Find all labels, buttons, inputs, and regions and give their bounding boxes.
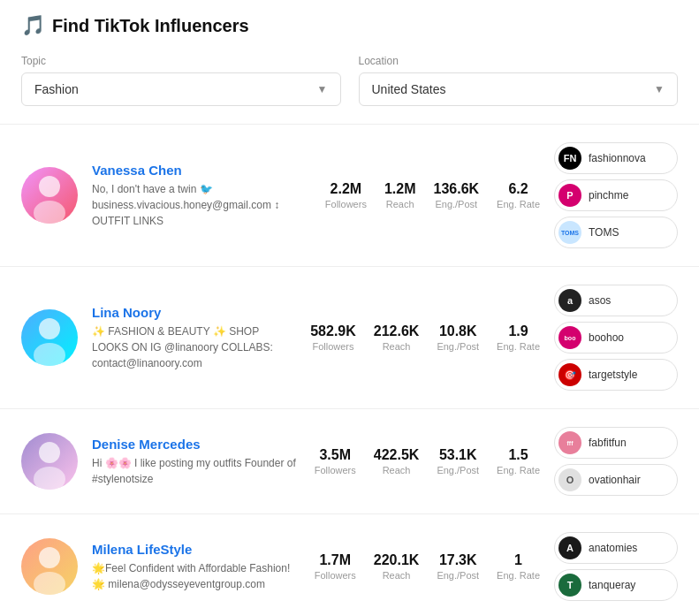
- stat-label-eng_rate-denise-mercedes: Eng. Rate: [497, 465, 540, 475]
- stat-followers-lina-noory: 582.9KFollowers: [310, 323, 356, 352]
- stat-eng_rate-milena-lifestyle: 1Eng. Rate: [497, 552, 540, 581]
- stats-vanessa-chen: 2.2MFollowers1.2MReach136.6KEng./Post6.2…: [325, 181, 540, 209]
- topic-value: Fashion: [34, 82, 79, 96]
- stat-label-followers-milena-lifestyle: Followers: [315, 570, 356, 581]
- brand-pill-fashionnova[interactable]: FNfashionnova: [554, 142, 678, 174]
- stat-label-eng_post-lina-noory: Eng./Post: [437, 341, 479, 352]
- stat-value-eng_rate-lina-noory: 1.9: [497, 323, 540, 339]
- brand-pill-pinchme[interactable]: Ppinchme: [554, 179, 678, 211]
- brand-pill-targetstyle[interactable]: 🎯targetstyle: [554, 359, 678, 391]
- page-title: 🎵 Find TikTok Influencers: [21, 14, 678, 37]
- info-lina-noory: Lina Noory✨ FASHION & BEAUTY ✨ SHOP LOOK…: [92, 305, 296, 371]
- brands-vanessa-chen: FNfashionnovaPpinchmeTOMSTOMS: [554, 142, 678, 248]
- stat-eng_post-milena-lifestyle: 17.3KEng./Post: [437, 552, 479, 581]
- stat-value-followers-milena-lifestyle: 1.7M: [315, 552, 356, 568]
- stat-label-reach-milena-lifestyle: Reach: [374, 570, 420, 581]
- stat-label-eng_rate-milena-lifestyle: Eng. Rate: [497, 570, 540, 581]
- avatar-vanessa-chen[interactable]: [21, 167, 78, 224]
- brand-pill-fabfitfun[interactable]: ffffabfitfun: [554, 427, 678, 459]
- brand-pill-boohoo[interactable]: booboohoo: [554, 322, 678, 354]
- stat-value-followers-lina-noory: 582.9K: [310, 323, 356, 339]
- brand-pill-ovationhair[interactable]: Oovationhair: [554, 464, 678, 496]
- stats-denise-mercedes: 3.5MFollowers422.5KReach53.1KEng./Post1.…: [315, 447, 540, 475]
- brand-logo-TOMS: TOMS: [558, 221, 581, 244]
- location-select[interactable]: United States ▼: [359, 72, 679, 106]
- stat-value-eng_post-vanessa-chen: 136.6K: [433, 181, 479, 197]
- stat-value-eng_post-denise-mercedes: 53.1K: [437, 447, 479, 463]
- stat-label-followers-vanessa-chen: Followers: [325, 199, 367, 209]
- results-list: Vanessa ChenNo, I don't have a twin 🐦 bu…: [0, 125, 699, 616]
- stat-eng_post-lina-noory: 10.8KEng./Post: [437, 323, 479, 352]
- avatar-milena-lifestyle[interactable]: [21, 538, 78, 595]
- stat-label-eng_rate-lina-noory: Eng. Rate: [497, 341, 540, 352]
- influencer-card-vanessa-chen: Vanessa ChenNo, I don't have a twin 🐦 bu…: [0, 125, 699, 267]
- topic-select[interactable]: Fashion ▼: [21, 72, 341, 106]
- brands-milena-lifestyle: AanatomiesTtanqueray: [554, 532, 678, 601]
- brand-logo-boohoo: boo: [558, 326, 581, 349]
- stat-label-followers-denise-mercedes: Followers: [315, 465, 356, 475]
- influencer-card-milena-lifestyle: Milena LifeStyle🌟Feel Confident with Aff…: [0, 514, 699, 616]
- brand-pill-anatomies[interactable]: Aanatomies: [554, 532, 678, 564]
- brand-logo-anatomies: A: [558, 536, 581, 559]
- title-text: Find TikTok Influencers: [52, 16, 249, 36]
- brand-name-anatomies: anatomies: [589, 542, 637, 554]
- brand-pill-asos[interactable]: aasos: [554, 285, 678, 316]
- stat-eng_rate-denise-mercedes: 1.5Eng. Rate: [497, 447, 540, 475]
- influencer-card-lina-noory: Lina Noory✨ FASHION & BEAUTY ✨ SHOP LOOK…: [0, 267, 699, 409]
- info-milena-lifestyle: Milena LifeStyle🌟Feel Confident with Aff…: [92, 542, 300, 592]
- stat-value-followers-denise-mercedes: 3.5M: [315, 447, 356, 463]
- bio-lina-noory: ✨ FASHION & BEAUTY ✨ SHOP LOOKS ON IG @l…: [92, 323, 296, 371]
- influencer-card-denise-mercedes: Denise MercedesHi 🌸🌸 I like posting my o…: [0, 409, 699, 514]
- bio-milena-lifestyle: 🌟Feel Confident with Affordable Fashion!…: [92, 560, 300, 592]
- info-denise-mercedes: Denise MercedesHi 🌸🌸 I like posting my o…: [92, 437, 300, 487]
- brands-lina-noory: aasosbooboohoo🎯targetstyle: [554, 285, 678, 391]
- stat-eng_rate-lina-noory: 1.9Eng. Rate: [497, 323, 540, 352]
- stat-eng_post-denise-mercedes: 53.1KEng./Post: [437, 447, 479, 475]
- stat-eng_rate-vanessa-chen: 6.2Eng. Rate: [497, 181, 540, 209]
- stat-value-eng_rate-milena-lifestyle: 1: [497, 552, 540, 568]
- brand-logo-fashionnova: FN: [558, 147, 581, 170]
- topic-chevron-icon: ▼: [317, 83, 328, 95]
- stat-reach-vanessa-chen: 1.2MReach: [384, 181, 416, 209]
- brand-pill-tanqueray[interactable]: Ttanqueray: [554, 569, 678, 601]
- stat-label-eng_post-denise-mercedes: Eng./Post: [437, 465, 479, 475]
- brand-logo-pinchme: P: [558, 184, 581, 207]
- stat-eng_post-vanessa-chen: 136.6KEng./Post: [433, 181, 479, 209]
- stat-followers-milena-lifestyle: 1.7MFollowers: [315, 552, 356, 581]
- stat-reach-lina-noory: 212.6KReach: [374, 323, 420, 352]
- bio-denise-mercedes: Hi 🌸🌸 I like posting my outfits Founder …: [92, 455, 300, 487]
- stat-reach-denise-mercedes: 422.5KReach: [374, 447, 420, 475]
- avatar-lina-noory[interactable]: [21, 309, 78, 366]
- stat-reach-milena-lifestyle: 220.1KReach: [374, 552, 420, 581]
- name-milena-lifestyle[interactable]: Milena LifeStyle: [92, 542, 300, 557]
- brand-logo-ovationhair: O: [558, 468, 581, 491]
- stat-followers-vanessa-chen: 2.2MFollowers: [325, 181, 367, 209]
- avatar-denise-mercedes[interactable]: [21, 433, 78, 490]
- name-vanessa-chen[interactable]: Vanessa Chen: [92, 163, 311, 178]
- brand-name-tanqueray: tanqueray: [589, 579, 635, 591]
- name-lina-noory[interactable]: Lina Noory: [92, 305, 296, 320]
- brand-name-TOMS: TOMS: [589, 226, 619, 239]
- brand-pill-TOMS[interactable]: TOMSTOMS: [554, 217, 678, 248]
- stat-value-eng_rate-denise-mercedes: 1.5: [497, 447, 540, 463]
- svg-point-0: [39, 176, 60, 197]
- brand-name-targetstyle: targetstyle: [589, 369, 637, 381]
- location-value: United States: [372, 82, 446, 96]
- stat-value-eng_post-lina-noory: 10.8K: [437, 323, 479, 339]
- stat-followers-denise-mercedes: 3.5MFollowers: [315, 447, 356, 475]
- stat-value-eng_post-milena-lifestyle: 17.3K: [437, 552, 479, 568]
- brands-denise-mercedes: ffffabfitfunOovationhair: [554, 427, 678, 496]
- tiktok-icon: 🎵: [21, 14, 45, 37]
- stat-label-reach-vanessa-chen: Reach: [384, 199, 416, 209]
- location-label: Location: [359, 55, 679, 67]
- location-filter-group: Location United States ▼: [359, 55, 679, 106]
- svg-point-2: [39, 318, 60, 339]
- brand-name-pinchme: pinchme: [589, 189, 628, 202]
- stat-label-eng_post-milena-lifestyle: Eng./Post: [437, 570, 479, 581]
- filters-row: Topic Fashion ▼ Location United States ▼: [21, 55, 678, 106]
- name-denise-mercedes[interactable]: Denise Mercedes: [92, 437, 300, 452]
- brand-name-boohoo: boohoo: [589, 331, 624, 344]
- stat-value-reach-vanessa-chen: 1.2M: [384, 181, 416, 197]
- stats-lina-noory: 582.9KFollowers212.6KReach10.8KEng./Post…: [310, 323, 540, 352]
- svg-point-5: [34, 467, 65, 490]
